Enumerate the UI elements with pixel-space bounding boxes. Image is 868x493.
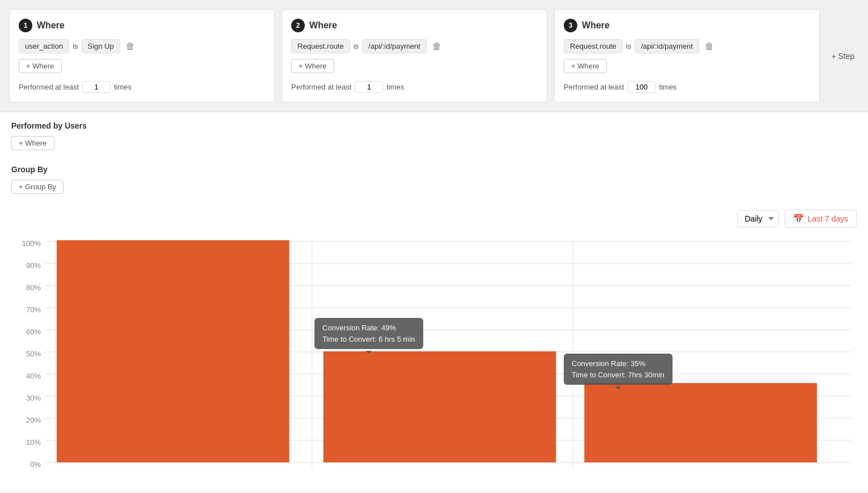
svg-text:40%: 40% — [26, 372, 41, 380]
field-tag-3: Request.route — [564, 39, 623, 53]
step-header-3: 3 Where — [564, 19, 810, 32]
step-title-1: Where — [37, 20, 65, 31]
step-header-2: 2 Where — [291, 19, 538, 32]
filters-section: Performed by Users + Where Group By + Gr… — [0, 112, 868, 203]
performed-count-3[interactable] — [627, 81, 656, 93]
add-where-button-2[interactable]: + Where — [291, 59, 334, 73]
svg-text:100%: 100% — [22, 239, 41, 248]
chart-svg: 100% 90% 80% 70% 60% 50% 40% 30% 20% 10%… — [11, 236, 857, 479]
group-by-label: Group By — [11, 165, 857, 174]
daily-select[interactable]: Daily — [737, 210, 779, 227]
condition-row-3: Request.route is /api/:id/payment 🗑 — [564, 39, 810, 53]
performed-by-users-label: Performed by Users — [11, 121, 857, 130]
step-card-1: 1 Where user_action is Sign Up 🗑 + Where… — [9, 9, 275, 103]
performed-row-1: Performed at least times — [19, 81, 265, 93]
value-tag-3: /api/:id/payment — [635, 39, 699, 53]
delete-condition-2[interactable]: 🗑 — [430, 40, 444, 53]
add-user-where-button[interactable]: + Where — [11, 136, 54, 150]
svg-text:0%: 0% — [30, 460, 41, 469]
add-step-button[interactable]: + Step — [827, 47, 859, 65]
field-tag-1: user_action — [19, 39, 69, 53]
field-tag-2: Request.route — [291, 39, 350, 53]
performed-count-2[interactable] — [355, 81, 383, 93]
condition-row-1: user_action is Sign Up 🗑 — [19, 39, 265, 53]
svg-text:80%: 80% — [26, 283, 41, 292]
add-where-button-1[interactable]: + Where — [19, 59, 62, 73]
chart-container: 100% 90% 80% 70% 60% 50% 40% 30% 20% 10%… — [11, 236, 857, 479]
step-number-1: 1 — [19, 19, 32, 32]
svg-text:70%: 70% — [26, 305, 41, 314]
delete-condition-3[interactable]: 🗑 — [703, 40, 716, 53]
operator-1: is — [73, 42, 78, 50]
step-number-2: 2 — [291, 19, 305, 32]
svg-text:20%: 20% — [26, 416, 41, 424]
step-card-2: 2 Where Request.route is /api/:id/paymen… — [282, 9, 547, 103]
performed-count-1[interactable] — [82, 81, 110, 93]
value-tag-2: /api/:id/payment — [362, 39, 427, 53]
date-range-label: Last 7 days — [807, 214, 848, 223]
bar-3 — [584, 383, 817, 462]
performed-row-3: Performed at least times — [564, 81, 810, 93]
steps-section: 1 Where user_action is Sign Up 🗑 + Where… — [0, 0, 868, 112]
chart-controls: Daily 📅 Last 7 days — [0, 203, 868, 230]
operator-2: is — [354, 42, 359, 50]
date-range-button[interactable]: 📅 Last 7 days — [785, 210, 857, 228]
svg-text:90%: 90% — [26, 261, 41, 270]
bar-1 — [57, 240, 290, 462]
step-title-3: Where — [582, 20, 610, 31]
operator-3: is — [626, 42, 631, 50]
delete-condition-1[interactable]: 🗑 — [124, 40, 137, 53]
svg-text:10%: 10% — [26, 438, 41, 447]
performed-suffix-3: times — [659, 83, 676, 91]
performed-suffix-1: times — [114, 83, 131, 91]
step-number-3: 3 — [564, 19, 577, 32]
calendar-icon: 📅 — [793, 214, 804, 224]
svg-text:60%: 60% — [26, 328, 41, 336]
add-group-by-button[interactable]: + Group By — [11, 180, 63, 194]
step-title-2: Where — [309, 20, 337, 31]
performed-row-2: Performed at least times — [291, 81, 538, 93]
performed-label-1: Performed at least — [19, 83, 79, 91]
performed-label-3: Performed at least — [564, 83, 624, 91]
condition-row-2: Request.route is /api/:id/payment 🗑 — [291, 39, 538, 53]
step-card-3: 3 Where Request.route is /api/:id/paymen… — [554, 9, 820, 103]
performed-label-2: Performed at least — [291, 83, 351, 91]
svg-text:30%: 30% — [26, 394, 41, 402]
add-where-button-3[interactable]: + Where — [564, 59, 607, 73]
svg-text:50%: 50% — [26, 350, 41, 358]
chart-area: 100% 90% 80% 70% 60% 50% 40% 30% 20% 10%… — [0, 230, 868, 491]
performed-suffix-2: times — [386, 83, 404, 91]
bar-2 — [324, 351, 556, 462]
step-header-1: 1 Where — [19, 19, 265, 32]
value-tag-1: Sign Up — [82, 39, 120, 53]
